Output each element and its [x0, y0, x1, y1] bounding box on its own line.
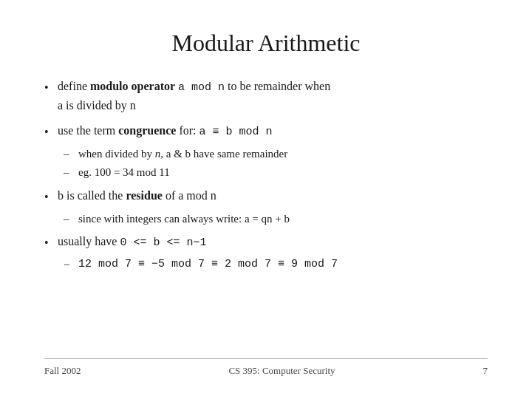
sub-text-2a: when divided by n, a & b have same remai…: [78, 146, 287, 163]
dash-2b: –: [64, 164, 78, 181]
mono-congruence: a ≡ b mod n: [200, 126, 273, 138]
mono-range: 0 <= b <= n−1: [120, 236, 206, 249]
bold-modulo: modulo operator: [90, 80, 175, 92]
bullet-dot-1: •: [44, 79, 58, 97]
sub-item-2b: – eg. 100 = 34 mod 11: [64, 164, 488, 181]
dash-3a: –: [64, 211, 78, 228]
sub-text-3a: since with integers can always write: a …: [78, 211, 290, 228]
footer-left: Fall 2002: [44, 365, 81, 377]
sub-list-3: – since with integers can always write: …: [64, 211, 488, 228]
slide-title: Modular Arithmetic: [44, 30, 488, 57]
bullet-text-4: usually have 0 <= b <= n−1: [58, 233, 488, 252]
bullet-text-1: define modulo operator a mod n to be rem…: [58, 78, 488, 115]
sub-item-2a: – when divided by n, a & b have same rem…: [64, 146, 488, 163]
sub-text-4a: 12 mod 7 ≡ −5 mod 7 ≡ 2 mod 7 ≡ 9 mod 7: [78, 256, 338, 273]
dash-4a: −: [64, 256, 78, 273]
slide-footer: Fall 2002 CS 395: Computer Security 7: [44, 358, 488, 377]
bullet-text-2: use the term congruence for: a ≡ b mod n: [58, 122, 488, 141]
slide-content: • define modulo operator a mod n to be r…: [44, 78, 488, 352]
bullet-item-2: • use the term congruence for: a ≡ b mod…: [44, 122, 488, 141]
sub-text-2b: eg. 100 = 34 mod 11: [78, 164, 170, 181]
slide: Modular Arithmetic • define modulo opera…: [0, 0, 532, 399]
bold-congruence: congruence: [118, 124, 176, 137]
bullet-item-4: • usually have 0 <= b <= n−1: [44, 233, 488, 252]
sub-list-2: – when divided by n, a & b have same rem…: [64, 146, 488, 181]
italic-n: n,: [155, 148, 163, 160]
bullet-dot-2: •: [44, 123, 58, 141]
sub-item-4a: − 12 mod 7 ≡ −5 mod 7 ≡ 2 mod 7 ≡ 9 mod …: [64, 256, 488, 273]
sub-list-4: − 12 mod 7 ≡ −5 mod 7 ≡ 2 mod 7 ≡ 9 mod …: [64, 256, 488, 273]
bullet-dot-4: •: [44, 234, 58, 252]
footer-center: CS 395: Computer Security: [228, 365, 335, 377]
bullet-item-1: • define modulo operator a mod n to be r…: [44, 78, 488, 115]
dash-2a: –: [64, 146, 78, 163]
mono-a-mod-n: a mod n: [178, 81, 225, 94]
sub-item-3a: – since with integers can always write: …: [64, 211, 488, 228]
bold-residue: residue: [126, 189, 162, 202]
bullet-text-3: b is called the residue of a mod n: [58, 187, 488, 205]
bullet-item-3: • b is called the residue of a mod n: [44, 187, 488, 206]
footer-right: 7: [482, 365, 488, 377]
bullet-dot-3: •: [44, 188, 58, 206]
